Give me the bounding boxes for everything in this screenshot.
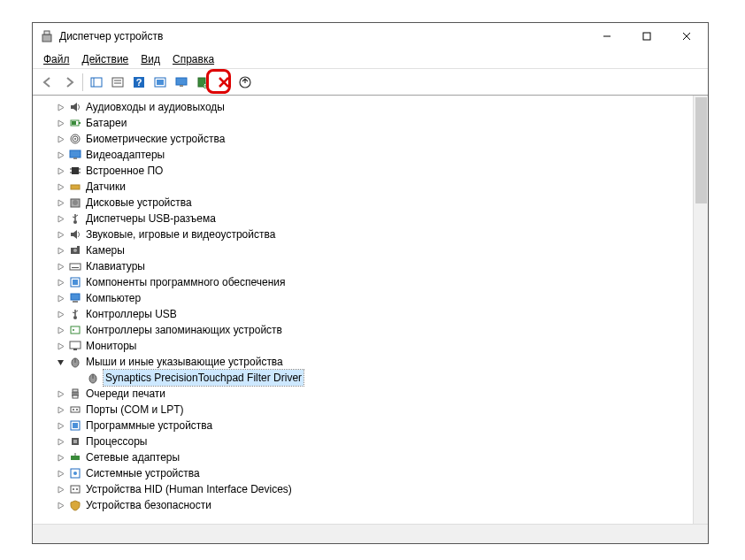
chevron-right-icon[interactable] <box>54 292 66 304</box>
svg-rect-24 <box>72 121 76 125</box>
chevron-right-icon[interactable] <box>54 451 66 464</box>
sensor-icon <box>68 180 82 194</box>
svg-point-41 <box>73 249 77 252</box>
monitor-button[interactable] <box>172 73 191 92</box>
tree-node[interactable]: Процессоры <box>54 433 693 449</box>
chevron-right-icon[interactable] <box>54 180 66 193</box>
tree-node-label: Мыши и иные указывающие устройства <box>86 354 283 370</box>
tree-node[interactable]: Компоненты программного обеспечения <box>54 274 693 290</box>
tree-node[interactable]: Клавиатуры <box>54 258 693 274</box>
forward-button[interactable] <box>59 73 79 92</box>
tree-node-label: Аудиовходы и аудиовыходы <box>86 99 225 115</box>
tree-node[interactable]: Встроенное ПО <box>54 163 693 179</box>
tree-node[interactable]: Контроллеры запоминающих устройств <box>54 322 693 338</box>
app-icon <box>40 29 54 43</box>
chevron-right-icon[interactable] <box>54 133 66 145</box>
chevron-right-icon[interactable] <box>54 101 66 113</box>
chevron-right-icon[interactable] <box>54 340 66 352</box>
tree-node-label: Synaptics PrecisionTouchpad Filter Drive… <box>104 370 303 386</box>
tree-node-label: Порты (COM и LPT) <box>86 402 184 418</box>
chevron-right-icon[interactable] <box>54 419 66 432</box>
tree-node-child[interactable]: Synaptics PrecisionTouchpad Filter Drive… <box>54 370 693 386</box>
display-icon <box>68 148 82 162</box>
close-button[interactable] <box>666 24 706 50</box>
chevron-right-icon[interactable] <box>54 244 66 257</box>
tree-node[interactable]: Камеры <box>54 242 693 258</box>
menu-action[interactable]: Действие <box>77 51 134 67</box>
show-hide-button[interactable] <box>87 73 106 92</box>
tree-node[interactable]: Звуковые, игровые и видеоустройства <box>54 226 693 242</box>
chevron-right-icon[interactable] <box>54 276 66 288</box>
help-button[interactable]: ? <box>129 73 149 92</box>
window-title: Диспетчер устройств <box>59 30 587 42</box>
tree-node[interactable]: Устройства безопасности <box>54 497 693 513</box>
chevron-down-icon[interactable] <box>54 356 66 368</box>
tree-node[interactable]: Мыши и иные указывающие устройства <box>54 354 693 370</box>
maximize-button[interactable] <box>626 24 666 50</box>
tree-node-label: Батареи <box>86 115 127 131</box>
chevron-right-icon[interactable] <box>54 196 66 209</box>
minimize-button[interactable] <box>587 24 626 50</box>
uninstall-button[interactable] <box>235 73 255 92</box>
tree-node[interactable]: Видеоадаптеры <box>54 147 693 163</box>
tree-node[interactable]: Сетевые адаптеры <box>54 449 693 465</box>
menu-help[interactable]: Справка <box>167 51 219 67</box>
properties-button[interactable] <box>108 73 127 92</box>
chevron-right-icon[interactable] <box>54 483 66 495</box>
svg-rect-48 <box>73 280 78 285</box>
usb-icon <box>68 211 82 226</box>
tree-node[interactable]: Программные устройства <box>54 418 693 433</box>
tree-node[interactable]: Дисковые устройства <box>54 195 693 211</box>
system-icon <box>68 466 82 480</box>
update-driver-button[interactable] <box>193 73 212 92</box>
tree-node[interactable]: Контроллеры USB <box>54 306 693 322</box>
svg-rect-46 <box>72 267 79 268</box>
tree-node[interactable]: Порты (COM и LPT) <box>54 402 693 418</box>
chevron-right-icon[interactable] <box>54 260 66 272</box>
tree-node[interactable]: Аудиовходы и аудиовыходы <box>54 99 693 115</box>
port-icon <box>68 403 82 417</box>
tree-node[interactable]: Батареи <box>54 115 693 131</box>
tree-node[interactable]: Системные устройства <box>54 465 693 481</box>
chevron-right-icon[interactable] <box>54 403 66 416</box>
hid-icon <box>68 482 82 496</box>
chevron-right-icon[interactable] <box>54 308 66 320</box>
tree-node[interactable]: Компьютер <box>54 290 693 306</box>
tree-node-label: Дисковые устройства <box>86 195 192 211</box>
scroll-thumb[interactable] <box>695 97 707 203</box>
tree-node-label: Видеоадаптеры <box>86 147 165 163</box>
chevron-right-icon[interactable] <box>54 149 66 161</box>
menu-file[interactable]: Файл <box>38 51 75 67</box>
tree-node[interactable]: Диспетчеры USB-разъема <box>54 211 693 226</box>
chevron-right-icon[interactable] <box>54 324 66 336</box>
chevron-right-icon[interactable] <box>54 117 66 129</box>
chevron-right-icon[interactable] <box>54 212 66 225</box>
svg-point-66 <box>76 409 78 410</box>
chevron-right-icon[interactable] <box>54 387 66 400</box>
tree-node[interactable]: Устройства HID (Human Interface Devices) <box>54 481 693 497</box>
svg-rect-35 <box>71 185 80 189</box>
svg-rect-0 <box>42 35 51 42</box>
scan-hardware-button[interactable] <box>150 73 170 92</box>
battery-icon <box>68 116 82 130</box>
chevron-right-icon[interactable] <box>54 499 66 511</box>
chevron-right-icon[interactable] <box>54 435 66 448</box>
remove-device-button[interactable] <box>214 73 234 92</box>
svg-point-27 <box>74 138 76 140</box>
tree-node[interactable]: Биометрические устройства <box>54 131 693 147</box>
back-button[interactable] <box>38 73 58 92</box>
menu-view[interactable]: Вид <box>135 51 165 67</box>
vertical-scrollbar[interactable] <box>693 96 708 524</box>
tree-node[interactable]: Мониторы <box>54 338 693 354</box>
svg-point-74 <box>73 472 77 475</box>
tree-node[interactable]: Очереди печати <box>54 386 693 402</box>
device-tree[interactable]: Аудиовходы и аудиовыходыБатареиБиометрич… <box>33 96 693 524</box>
tree-node[interactable]: Датчики <box>54 179 693 195</box>
tree-node-label: Контроллеры запоминающих устройств <box>86 322 282 338</box>
chevron-right-icon[interactable] <box>54 228 66 241</box>
svg-rect-55 <box>70 341 81 349</box>
svg-point-37 <box>73 200 78 205</box>
svg-point-65 <box>73 409 74 410</box>
chevron-right-icon[interactable] <box>54 467 66 479</box>
chevron-right-icon[interactable] <box>54 165 66 177</box>
